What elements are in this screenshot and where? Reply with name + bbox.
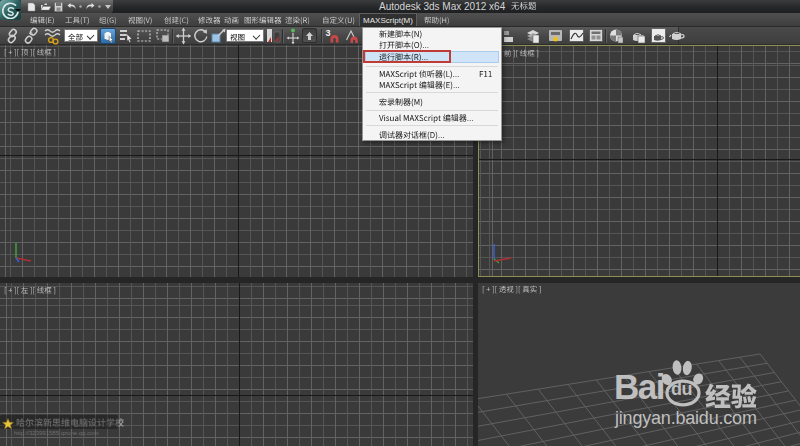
- svg-text:3: 3: [326, 28, 331, 38]
